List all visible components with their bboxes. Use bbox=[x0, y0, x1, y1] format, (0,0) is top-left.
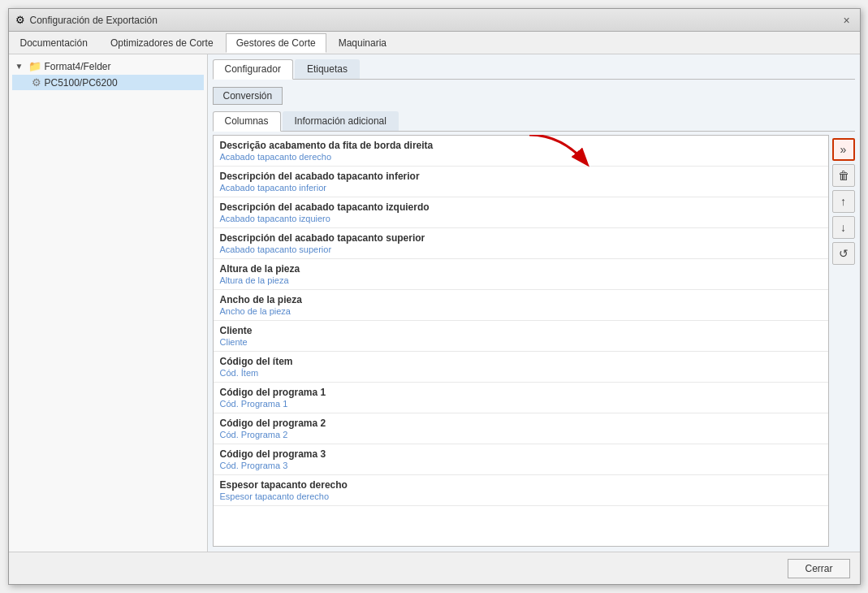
sub-tabs: Configurador Etiquetas bbox=[213, 59, 855, 80]
list-item[interactable]: Código del ítem Cód. Ítem bbox=[214, 352, 828, 383]
list-item-sub: Espesor tapacanto derecho bbox=[220, 491, 822, 501]
list-item-title: Descripción del acabado tapacanto izquie… bbox=[220, 201, 822, 213]
col-tab-columnas[interactable]: Columnas bbox=[213, 111, 281, 132]
conversion-tab[interactable]: Conversión bbox=[213, 87, 283, 105]
main-panel: Configurador Etiquetas Conversión Column… bbox=[208, 54, 860, 552]
list-item-title: Descripción del acabado tapacanto superi… bbox=[220, 232, 822, 244]
list-item-title: Descripción del acabado tapacanto inferi… bbox=[220, 171, 822, 182]
title-bar-left: ⚙ Configuración de Exportación bbox=[15, 14, 158, 26]
conversion-wrapper: Conversión bbox=[213, 85, 855, 105]
list-item-title: Código del programa 1 bbox=[220, 387, 822, 398]
tab-gestores[interactable]: Gestores de Corte bbox=[226, 33, 326, 53]
move-down-button[interactable]: ↓ bbox=[832, 216, 855, 239]
sidebar: ▼ 📁 Format4/Felder ⚙ PC5100/PC6200 bbox=[9, 54, 208, 552]
list-item-sub: Altura de la pieza bbox=[220, 275, 822, 285]
list-item[interactable]: Código del programa 2 Cód. Programa 2 bbox=[214, 413, 828, 444]
list-item[interactable]: Código del programa 1 Cód. Programa 1 bbox=[214, 383, 828, 413]
list-item-sub: Acabado tapacanto izquiero bbox=[220, 214, 822, 223]
list-item[interactable]: Altura de la pieza Altura de la pieza bbox=[214, 259, 828, 290]
list-item-title: Código del ítem bbox=[220, 356, 822, 367]
list-item-sub: Cód. Ítem bbox=[220, 368, 822, 378]
list-item[interactable]: Descripción del acabado tapacanto superi… bbox=[214, 228, 828, 259]
tab-documentacion[interactable]: Documentación bbox=[10, 33, 98, 53]
list-item-title: Código del programa 2 bbox=[220, 418, 822, 429]
list-item[interactable]: Ancho de la pieza Ancho de la pieza bbox=[214, 290, 828, 321]
list-wrapper: Descrição acabamento da fita de borda di… bbox=[213, 135, 855, 547]
list-item-sub: Ancho de la pieza bbox=[220, 306, 822, 316]
items-list[interactable]: Descrição acabamento da fita de borda di… bbox=[213, 135, 829, 547]
list-item-title: Altura de la pieza bbox=[220, 263, 822, 275]
list-item-sub: Cód. Programa 1 bbox=[220, 399, 822, 409]
list-item[interactable]: Descripción del acabado tapacanto izquie… bbox=[214, 197, 828, 228]
list-item-title: Cliente bbox=[220, 325, 822, 336]
list-item-sub: Cód. Programa 3 bbox=[220, 461, 822, 470]
list-item-title: Espesor tapacanto derecho bbox=[220, 479, 822, 491]
list-item-sub: Acabado tapacanto superior bbox=[220, 245, 822, 254]
action-buttons: »🗑↑↓↺ bbox=[832, 135, 855, 547]
tree-gear-icon: ⚙ bbox=[32, 76, 41, 89]
list-item-sub: Cód. Programa 2 bbox=[220, 430, 822, 439]
columns-tabs: Columnas Información adicional bbox=[213, 111, 855, 132]
list-item[interactable]: Descripción del acabado tapacanto inferi… bbox=[214, 167, 828, 197]
window-close-button[interactable]: × bbox=[840, 14, 853, 27]
tree-root[interactable]: ▼ 📁 Format4/Felder bbox=[12, 58, 204, 75]
list-item-sub: Acabado tapacanto inferior bbox=[220, 183, 822, 193]
list-item-sub: Cliente bbox=[220, 337, 822, 347]
col-tab-info[interactable]: Información adicional bbox=[283, 111, 399, 131]
move-up-button[interactable]: ↑ bbox=[832, 190, 855, 213]
list-item[interactable]: Descrição acabamento da fita de borda di… bbox=[214, 136, 828, 167]
list-item-title: Descrição acabamento da fita de borda di… bbox=[220, 140, 822, 151]
tab-configurador[interactable]: Configurador bbox=[213, 59, 293, 80]
list-item[interactable]: Código del programa 3 Cód. Programa 3 bbox=[214, 444, 828, 475]
main-window: ⚙ Configuración de Exportación × Documen… bbox=[8, 8, 861, 585]
title-bar: ⚙ Configuración de Exportación × bbox=[9, 9, 860, 32]
add-button[interactable]: » bbox=[832, 138, 855, 161]
list-item-title: Código del programa 3 bbox=[220, 448, 822, 460]
window-title: Configuración de Exportación bbox=[30, 15, 158, 26]
list-item[interactable]: Cliente Cliente bbox=[214, 321, 828, 352]
tree-folder-icon: 📁 bbox=[28, 60, 41, 72]
content-area: ▼ 📁 Format4/Felder ⚙ PC5100/PC6200 Confi… bbox=[9, 54, 860, 552]
list-item-sub: Acabado tapacanto derecho bbox=[220, 152, 822, 162]
close-button[interactable]: Cerrar bbox=[788, 559, 849, 578]
tree-collapse-icon: ▼ bbox=[15, 62, 25, 71]
tree-root-label: Format4/Felder bbox=[45, 61, 111, 72]
list-item[interactable]: Espesor tapacanto derecho Espesor tapaca… bbox=[214, 475, 828, 506]
tab-optimizadores[interactable]: Optimizadores de Corte bbox=[100, 33, 224, 53]
list-item-title: Ancho de la pieza bbox=[220, 294, 822, 305]
tree-child-pc[interactable]: ⚙ PC5100/PC6200 bbox=[12, 75, 204, 90]
footer: Cerrar bbox=[9, 552, 860, 584]
tree-child-label: PC5100/PC6200 bbox=[45, 77, 118, 89]
menu-bar: Documentación Optimizadores de Corte Ges… bbox=[9, 32, 860, 54]
tab-maquinaria[interactable]: Maquinaria bbox=[328, 33, 397, 53]
reset-button[interactable]: ↺ bbox=[832, 242, 855, 265]
tab-etiquetas[interactable]: Etiquetas bbox=[295, 59, 360, 79]
delete-button[interactable]: 🗑 bbox=[832, 164, 855, 187]
window-icon: ⚙ bbox=[15, 14, 25, 26]
